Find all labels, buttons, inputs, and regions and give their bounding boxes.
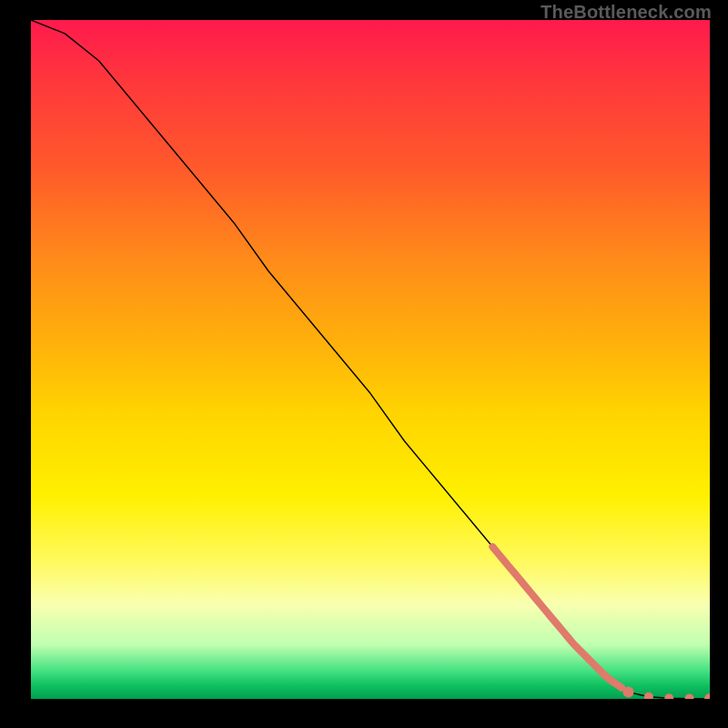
- endpoint-dot: [623, 687, 634, 698]
- plot-area: [31, 20, 710, 699]
- watermark-text: TheBottleneck.com: [541, 2, 712, 23]
- endpoint-dot: [664, 693, 673, 699]
- chart-svg: [31, 20, 710, 699]
- endpoint-dots: [623, 687, 711, 700]
- endpoint-dot: [704, 693, 710, 699]
- curve-highlight: [492, 547, 622, 688]
- endpoint-dot: [685, 694, 694, 699]
- chart-frame: TheBottleneck.com: [0, 0, 728, 728]
- curve-line: [31, 20, 710, 699]
- endpoint-dot: [644, 693, 653, 699]
